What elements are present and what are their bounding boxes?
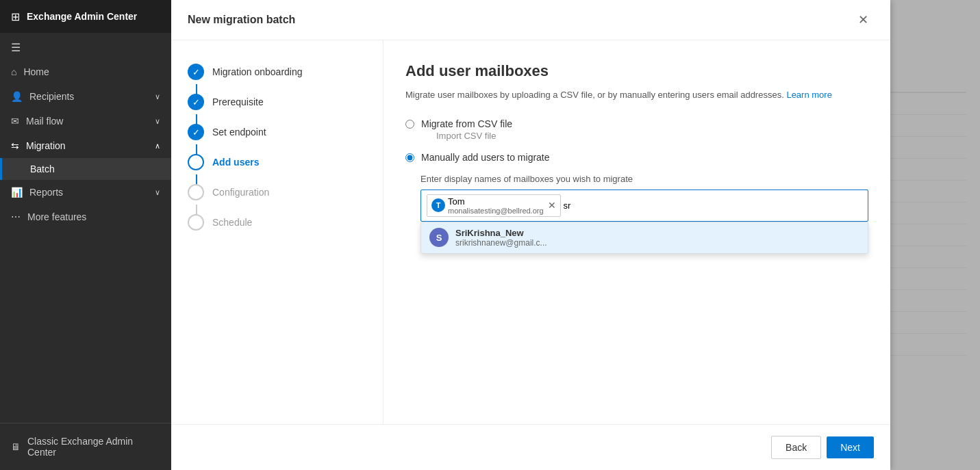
sidebar-item-migration[interactable]: ⇆ Migration ∧ (0, 133, 171, 158)
manual-radio-label[interactable]: Manually add users to migrate (421, 152, 550, 163)
sidebar-header: ⊞ Exchange Admin Center (0, 0, 171, 33)
sidebar-item-more-label: More features (27, 211, 86, 222)
step-circle-1: ✓ (188, 64, 204, 80)
sidebar-nav: ⌂ Home 👤 Recipients ∨ ✉ Mail flow ∨ ⇆ Mi… (0, 60, 171, 423)
step-label-5: Configuration (212, 187, 269, 198)
csv-sub-label: Import CSV file (436, 131, 512, 141)
classic-admin-link[interactable]: 🖥 Classic Exchange Admin Center (11, 430, 160, 463)
radio-option-manual: Manually add users to migrate (405, 152, 868, 163)
step-add-users: Add users (171, 147, 383, 177)
step-label-6: Schedule (212, 217, 252, 228)
tag-info-tom: Tom monalisatesting@bellred.org (448, 196, 544, 215)
sidebar-item-more[interactable]: ⋯ More features (0, 205, 171, 229)
modal-footer: Back Next (171, 424, 890, 470)
step-circle-5 (188, 184, 204, 200)
step-label-2: Prerequisite (212, 96, 264, 107)
chevron-down-icon-reports: ∨ (155, 188, 160, 197)
suggestion-item-srikrishna[interactable]: S SriKrishna_New srikrishnanew@gmail.c..… (421, 222, 868, 253)
modal-overlay: New migration batch ✕ ✓ Migration onboar… (171, 0, 980, 470)
main-area: Migrati... + New migra... Name G-Suite..… (171, 0, 980, 470)
step-circle-4 (188, 154, 204, 170)
modal-panel: New migration batch ✕ ✓ Migration onboar… (171, 0, 890, 470)
sidebar-item-batch[interactable]: Batch (0, 158, 171, 180)
tag-input-area[interactable]: T Tom monalisatesting@bellred.org ✕ (420, 190, 868, 222)
wizard-steps: ✓ Migration onboarding ✓ Prerequisite (171, 40, 384, 424)
sidebar: ⊞ Exchange Admin Center ☰ ⌂ Home 👤 Recip… (0, 0, 171, 470)
tag-input-label: Enter display names of mailboxes you wis… (420, 174, 868, 184)
chevron-up-icon-migration: ∧ (155, 142, 160, 151)
sidebar-item-mailflow[interactable]: ✉ Mail flow ∨ (0, 109, 171, 133)
reports-icon: 📊 (11, 187, 23, 198)
classic-admin-label: Classic Exchange Admin Center (27, 436, 160, 458)
step-migration-onboarding: ✓ Migration onboarding (171, 57, 383, 87)
app-title: Exchange Admin Center (27, 11, 137, 22)
modal-title: New migration batch (188, 14, 295, 26)
check-icon: ✓ (192, 67, 200, 77)
next-button[interactable]: Next (827, 436, 874, 458)
content-title: Add user mailboxes (405, 62, 868, 80)
step-set-endpoint: ✓ Set endpoint (171, 117, 383, 147)
chevron-down-icon-mailflow: ∨ (155, 117, 160, 126)
manual-radio[interactable] (405, 153, 414, 162)
sidebar-item-reports-label: Reports (29, 187, 63, 198)
step-circle-6 (188, 214, 204, 231)
suggestion-info: SriKrishna_New srikrishnanew@gmail.c... (455, 228, 547, 248)
user-tag-tom: T Tom monalisatesting@bellred.org ✕ (427, 194, 561, 217)
apps-icon[interactable]: ⊞ (11, 10, 20, 23)
sidebar-item-reports[interactable]: 📊 Reports ∨ (0, 180, 171, 205)
suggestion-avatar: S (429, 228, 449, 247)
learn-more-link[interactable]: Learn more (786, 90, 831, 100)
chevron-down-icon: ∨ (155, 92, 160, 101)
tag-remove-tom[interactable]: ✕ (548, 200, 556, 210)
check-icon-2: ✓ (192, 97, 200, 107)
suggestion-dropdown: S SriKrishna_New srikrishnanew@gmail.c..… (420, 222, 868, 254)
more-icon: ⋯ (11, 211, 21, 222)
csv-radio-label[interactable]: Migrate from CSV file (421, 118, 512, 129)
step-label-4: Add users (212, 157, 259, 168)
home-icon: ⌂ (11, 66, 16, 77)
modal-close-button[interactable]: ✕ (853, 10, 874, 30)
sidebar-item-recipients-label: Recipients (29, 91, 74, 102)
content-panel: Add user mailboxes Migrate user mailboxe… (384, 40, 890, 424)
sidebar-sub-batch-label: Batch (30, 164, 55, 174)
modal-body: ✓ Migration onboarding ✓ Prerequisite (171, 40, 890, 424)
tag-input-wrapper: T Tom monalisatesting@bellred.org ✕ (405, 190, 868, 222)
mailflow-icon: ✉ (11, 116, 19, 127)
radio-option-csv: Migrate from CSV file Import CSV file (405, 118, 868, 141)
modal-header: New migration batch ✕ (171, 0, 890, 40)
check-icon-3: ✓ (192, 127, 200, 138)
sidebar-item-migration-label: Migration (26, 140, 66, 151)
tag-avatar-tom: T (431, 198, 445, 212)
csv-radio[interactable] (405, 120, 414, 129)
hamburger-menu[interactable]: ☰ (0, 36, 171, 60)
step-circle-3: ✓ (188, 124, 204, 140)
recipients-icon: 👤 (11, 91, 23, 102)
user-search-input[interactable] (564, 200, 862, 211)
step-circle-2: ✓ (188, 94, 204, 110)
back-button[interactable]: Back (771, 436, 821, 459)
step-schedule: Schedule (171, 207, 383, 237)
sidebar-item-mailflow-label: Mail flow (26, 116, 63, 127)
content-description: Migrate user mailboxes by uploading a CS… (405, 88, 868, 102)
step-configuration: Configuration (171, 177, 383, 207)
step-label-1: Migration onboarding (212, 66, 303, 77)
step-label-3: Set endpoint (212, 127, 266, 138)
classic-icon: 🖥 (11, 441, 21, 452)
sidebar-footer: 🖥 Classic Exchange Admin Center (0, 423, 171, 470)
sidebar-item-recipients[interactable]: 👤 Recipients ∨ (0, 84, 171, 109)
sidebar-item-home-label: Home (23, 66, 49, 77)
sidebar-item-home[interactable]: ⌂ Home (0, 60, 171, 84)
migration-icon: ⇆ (11, 140, 19, 151)
step-prerequisite: ✓ Prerequisite (171, 87, 383, 117)
